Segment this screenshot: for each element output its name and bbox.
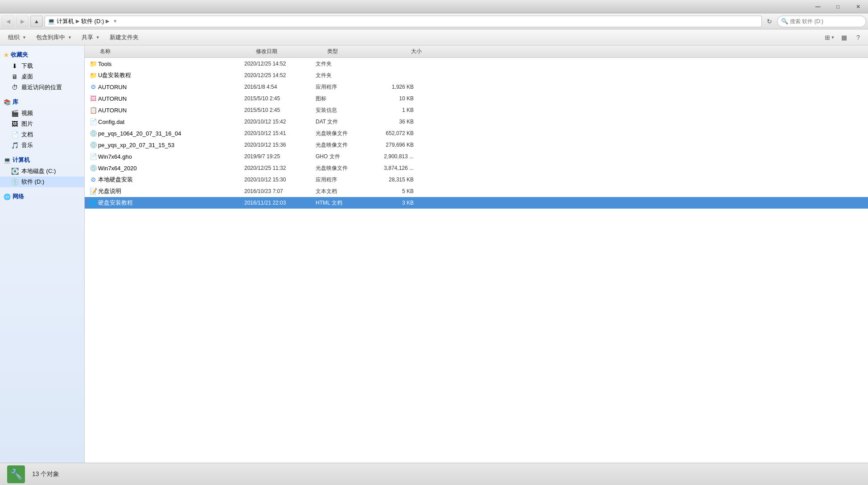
- search-input[interactable]: [790, 18, 862, 25]
- table-row[interactable]: 🌐 硬盘安装教程 2016/11/21 22:03 HTML 文档 3 KB: [85, 197, 868, 209]
- views-dropdown-arrow: ▼: [831, 35, 835, 40]
- sidebar-item-pictures[interactable]: 🖼 图片: [0, 119, 84, 129]
- recent-icon: ⏱: [11, 83, 19, 91]
- address-path[interactable]: 💻 计算机 ▶ 软件 (D:) ▶ ▼: [45, 16, 762, 27]
- music-label: 音乐: [21, 141, 33, 149]
- file-name-cell: pe_yqs_1064_20_07_31_16_04: [98, 130, 244, 137]
- network-label: 网络: [12, 193, 24, 201]
- file-type: 应用程序: [316, 176, 369, 184]
- help-button[interactable]: ?: [852, 32, 864, 43]
- file-size: 652,072 KB: [369, 130, 414, 136]
- status-logo: 🔧: [7, 465, 25, 483]
- table-row[interactable]: 📄 Win7x64.gho 2019/9/7 19:25 GHO 文件 2,90…: [85, 151, 868, 162]
- sidebar-favorites-header[interactable]: ★ 收藏夹: [0, 49, 84, 61]
- table-row[interactable]: 📄 Config.dat 2020/10/12 15:42 DAT 文件 36 …: [85, 116, 868, 127]
- sidebar-item-music[interactable]: 🎵 音乐: [0, 140, 84, 151]
- organize-button[interactable]: 组织 ▼: [4, 31, 31, 44]
- sidebar-computer-header[interactable]: 💻 计算机: [0, 154, 84, 166]
- pictures-label: 图片: [21, 120, 33, 128]
- views-dropdown-button[interactable]: ⊞ ▼: [823, 32, 836, 43]
- file-icon: 💿: [89, 129, 97, 137]
- refresh-button[interactable]: ↻: [764, 16, 775, 27]
- col-header-type[interactable]: 类型: [325, 45, 379, 58]
- file-icon: 📋: [89, 106, 97, 114]
- close-button[interactable]: ✕: [848, 0, 868, 13]
- back-button[interactable]: ◀: [2, 16, 14, 27]
- table-row[interactable]: 📋 AUTORUN 2015/5/10 2:45 安装信息 1 KB: [85, 104, 868, 116]
- file-name: U盘安装教程: [98, 72, 131, 78]
- sidebar-item-drive-c[interactable]: 💽 本地磁盘 (C:): [0, 166, 84, 177]
- file-icon-cell: 📝: [88, 187, 98, 195]
- sidebar-library-header[interactable]: 📚 库: [0, 96, 84, 108]
- refresh-icon: ↻: [767, 18, 772, 25]
- file-type: HTML 文档: [316, 199, 369, 207]
- file-icon-cell: 💿: [88, 164, 98, 172]
- sidebar-item-drive-d[interactable]: 💿 软件 (D:): [0, 177, 84, 187]
- table-row[interactable]: 📝 光盘说明 2016/10/23 7:07 文本文档 5 KB: [85, 185, 868, 197]
- toolbar-right: ⊞ ▼ ▦ ?: [823, 32, 864, 43]
- video-label: 视频: [21, 109, 33, 117]
- search-box[interactable]: 🔍: [777, 16, 866, 27]
- file-name-cell: U盘安装教程: [98, 71, 244, 79]
- file-date: 2020/10/12 15:30: [244, 177, 316, 183]
- sidebar-item-documents[interactable]: 📄 文档: [0, 129, 84, 140]
- sidebar-item-desktop[interactable]: 🖥 桌面: [0, 71, 84, 82]
- file-type: 光盘映像文件: [316, 130, 369, 137]
- minimize-button[interactable]: ─: [808, 0, 828, 13]
- col-header-name[interactable]: 名称: [98, 45, 254, 58]
- col-header-date[interactable]: 修改日期: [254, 45, 325, 58]
- column-headers: 名称 修改日期 类型 大小: [85, 45, 868, 58]
- share-button[interactable]: 共享 ▼: [77, 31, 104, 44]
- view-toggle-button[interactable]: ▦: [838, 32, 850, 43]
- file-icon-cell: ⚙: [88, 176, 98, 184]
- forward-button[interactable]: ▶: [16, 16, 29, 27]
- file-date: 2020/10/12 15:41: [244, 130, 316, 136]
- sidebar-item-downloads[interactable]: ⬇ 下载: [0, 61, 84, 71]
- file-name: Tools: [98, 61, 111, 67]
- maximize-button[interactable]: □: [828, 0, 848, 13]
- sidebar-item-recent[interactable]: ⏱ 最近访问的位置: [0, 82, 84, 93]
- table-row[interactable]: 🖼 AUTORUN 2015/5/10 2:45 图标 10 KB: [85, 93, 868, 104]
- file-icon-cell: 🖼: [88, 95, 98, 103]
- col-header-size[interactable]: 大小: [379, 45, 424, 58]
- file-type: 图标: [316, 95, 369, 103]
- table-row[interactable]: 💿 Win7x64_2020 2020/12/25 11:32 光盘映像文件 3…: [85, 162, 868, 174]
- table-row[interactable]: 💿 pe_yqs_1064_20_07_31_16_04 2020/10/12 …: [85, 127, 868, 139]
- up-button[interactable]: ▲: [30, 16, 43, 27]
- pictures-icon: 🖼: [11, 120, 19, 128]
- sidebar-network-header[interactable]: 🌐 网络: [0, 191, 84, 202]
- file-name: Win7x64_2020: [98, 165, 137, 172]
- path-dropdown-arrow[interactable]: ▼: [113, 19, 117, 24]
- file-icon-cell: 📄: [88, 152, 98, 160]
- table-row[interactable]: 📁 Tools 2020/12/25 14:52 文件夹: [85, 58, 868, 70]
- file-size: 1,926 KB: [369, 84, 414, 90]
- file-icon: 📄: [89, 152, 97, 160]
- file-size: 5 KB: [369, 188, 414, 194]
- new-folder-button[interactable]: 新建文件夹: [105, 31, 143, 44]
- file-size: 3,874,126 ...: [369, 165, 414, 171]
- archive-button[interactable]: 包含到库中 ▼: [32, 31, 76, 44]
- path-computer[interactable]: 计算机: [57, 17, 74, 25]
- table-row[interactable]: ⚙ AUTORUN 2016/1/8 4:54 应用程序 1,926 KB: [85, 81, 868, 93]
- path-drive[interactable]: 软件 (D:): [81, 17, 104, 25]
- sidebar: ★ 收藏夹 ⬇ 下载 🖥 桌面 ⏱ 最近访问的位置 📚 库 🎬: [0, 45, 85, 463]
- file-name-cell: Win7x64_2020: [98, 165, 244, 172]
- file-date: 2020/12/25 14:52: [244, 61, 316, 67]
- file-date: 2020/12/25 11:32: [244, 165, 316, 171]
- sidebar-item-video[interactable]: 🎬 视频: [0, 108, 84, 119]
- desktop-icon: 🖥: [11, 73, 19, 81]
- table-row[interactable]: 💿 pe_yqs_xp_20_07_31_15_53 2020/10/12 15…: [85, 139, 868, 151]
- table-row[interactable]: 📁 U盘安装教程 2020/12/25 14:52 文件夹: [85, 70, 868, 81]
- computer-label: 计算机: [12, 156, 30, 164]
- main-area: ★ 收藏夹 ⬇ 下载 🖥 桌面 ⏱ 最近访问的位置 📚 库 🎬: [0, 45, 868, 463]
- file-name-cell: 本地硬盘安装: [98, 176, 244, 184]
- file-icon-cell: 🌐: [88, 199, 98, 207]
- file-type: 文件夹: [316, 72, 369, 79]
- table-row[interactable]: ⚙ 本地硬盘安装 2020/10/12 15:30 应用程序 28,315 KB: [85, 174, 868, 185]
- sidebar-section-favorites: ★ 收藏夹 ⬇ 下载 🖥 桌面 ⏱ 最近访问的位置: [0, 49, 84, 93]
- file-name: 本地硬盘安装: [98, 176, 133, 183]
- file-name-cell: AUTORUN: [98, 95, 244, 102]
- recent-label: 最近访问的位置: [21, 83, 62, 91]
- file-icon: 📄: [89, 118, 97, 126]
- file-icon: 💿: [89, 141, 97, 149]
